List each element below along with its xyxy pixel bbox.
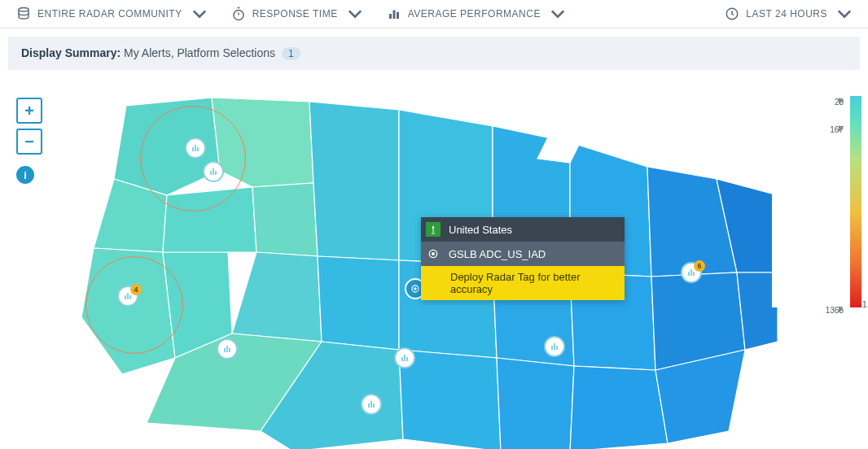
info-button[interactable]: i [16, 166, 34, 184]
scope-label: ENTIRE RADAR COMMUNITY [37, 8, 182, 20]
server-node[interactable] [217, 338, 238, 360]
legend-max-label: 1,365 ms [862, 299, 868, 309]
metric-dropdown[interactable]: RESPONSE TIME [231, 7, 362, 21]
tooltip-platform-row: GSLB ADC_US_IAD [421, 242, 625, 266]
tooltip-country: United States [449, 224, 512, 236]
target-icon [426, 246, 441, 261]
pin-icon [426, 222, 441, 237]
bars-icon [387, 7, 401, 21]
color-legend: 20 167 1365 20 ms 1,365 ms [772, 96, 861, 307]
node-alert-badge: 6 [694, 260, 705, 272]
svg-point-0 [19, 8, 28, 12]
chevron-down-icon [348, 7, 362, 21]
aggregate-label: AVERAGE PERFORMANCE [408, 8, 541, 20]
zoom-in-button[interactable]: + [16, 98, 42, 124]
svg-rect-3 [392, 11, 395, 20]
display-summary-bar[interactable]: Display Summary: My Alerts, Platform Sel… [8, 37, 860, 70]
zoom-out-button[interactable]: − [16, 129, 42, 155]
map-controls: + − i [16, 98, 42, 184]
map-area[interactable]: + − i [0, 89, 868, 449]
tooltip-platform: GSLB ADC_US_IAD [449, 248, 546, 260]
tooltip-warning-row: Deploy Radar Tag for better accuracy [421, 266, 625, 300]
legend-ticks: 20 167 1365 [772, 96, 850, 307]
tooltip-country-row: United States [421, 217, 625, 242]
chevron-down-icon [192, 7, 207, 21]
metric-label: RESPONSE TIME [252, 8, 338, 20]
database-icon [16, 7, 31, 21]
time-range-label: LAST 24 HOURS [746, 8, 827, 20]
svg-point-7 [414, 288, 416, 290]
svg-rect-4 [397, 12, 399, 19]
clock-icon [725, 7, 739, 21]
chevron-down-icon [550, 7, 565, 21]
svg-point-9 [432, 253, 435, 255]
time-range-dropdown[interactable]: LAST 24 HOURS [725, 7, 852, 21]
server-node[interactable]: 4 [117, 286, 138, 307]
aggregate-dropdown[interactable]: AVERAGE PERFORMANCE [387, 7, 565, 21]
filter-toolbar: ENTIRE RADAR COMMUNITY RESPONSE TIME AVE… [0, 0, 868, 28]
tooltip-warning: Deploy Radar Tag for better accuracy [450, 271, 616, 295]
server-node[interactable] [544, 336, 565, 357]
summary-label: Display Summary: [21, 46, 121, 59]
server-node[interactable] [185, 137, 206, 159]
node-alert-badge: 4 [130, 284, 142, 295]
server-node[interactable]: 6 [681, 262, 702, 283]
svg-rect-2 [389, 14, 392, 19]
server-node[interactable] [394, 347, 415, 368]
server-node[interactable] [203, 161, 224, 182]
map-tooltip: United States GSLB ADC_US_IAD Deploy Rad… [421, 217, 625, 300]
summary-items: My Alerts, Platform Selections [124, 46, 275, 59]
summary-badge: 1 [282, 47, 300, 60]
scope-dropdown[interactable]: ENTIRE RADAR COMMUNITY [16, 7, 207, 21]
server-node[interactable] [361, 394, 382, 415]
stopwatch-icon [231, 7, 246, 21]
chevron-down-icon [837, 7, 852, 21]
legend-gradient: 20 ms 1,365 ms [850, 96, 861, 307]
